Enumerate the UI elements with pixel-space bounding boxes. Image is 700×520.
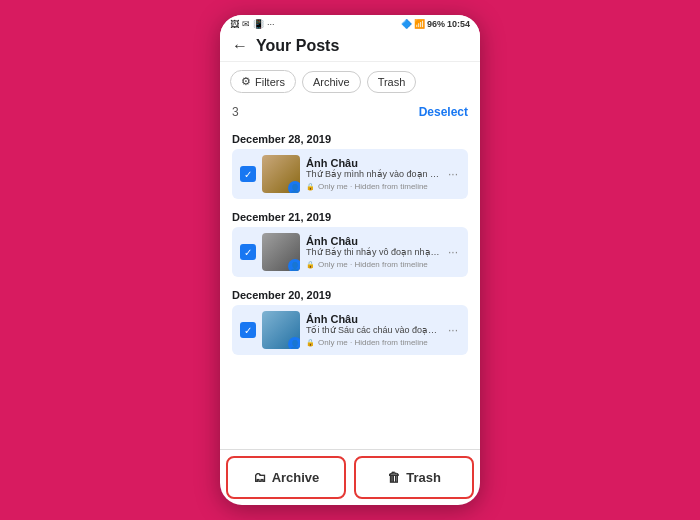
post-content-1: Ánh Châu Thứ Bảy mình nhảy vào đoạn nhạc… — [306, 157, 440, 192]
post-meta-1: 🔒 Only me · Hidden from timeline — [306, 182, 440, 191]
post-thumbnail-3: 👤 — [262, 311, 300, 349]
header: ← Your Posts — [220, 31, 480, 62]
archive-icon: 🗂 — [253, 470, 266, 485]
trash-button[interactable]: 🗑 Trash — [354, 456, 474, 499]
post-item-1[interactable]: ✓ 👤 Ánh Châu Thứ Bảy mình nhảy vào đoạn … — [232, 149, 468, 199]
post-author-1: Ánh Châu — [306, 157, 440, 169]
message-icon: ✉ — [242, 19, 250, 29]
checkbox-3[interactable]: ✓ — [240, 322, 256, 338]
date-label-1: December 28, 2019 — [232, 129, 468, 147]
date-label-3: December 20, 2019 — [232, 285, 468, 303]
date-label-2: December 21, 2019 — [232, 207, 468, 225]
trash-filter-button[interactable]: Trash — [367, 71, 417, 93]
post-content-3: Ánh Châu Tối thứ Sáu các cháu vào đoạn n… — [306, 313, 440, 348]
vibrate-icon: 📳 — [253, 19, 264, 29]
more-options-3[interactable]: ··· — [446, 323, 460, 337]
date-section-3: December 20, 2019 ✓ 👤 Ánh Châu Tối thứ S… — [220, 281, 480, 359]
bottom-actions: 🗂 Archive 🗑 Trash — [220, 449, 480, 505]
filter-icon: ⚙ — [241, 75, 251, 88]
deselect-button[interactable]: Deselect — [419, 105, 468, 119]
filters-label: Filters — [255, 76, 285, 88]
more-options-2[interactable]: ··· — [446, 245, 460, 259]
archive-button[interactable]: 🗂 Archive — [226, 456, 346, 499]
post-meta-3: 🔒 Only me · Hidden from timeline — [306, 338, 440, 347]
post-item-2[interactable]: ✓ 👤 Ánh Châu Thứ Bảy thi nhảy vô đoạn nh… — [232, 227, 468, 277]
status-bar: 🖼 ✉ 📳 ··· 🔷 📶 96% 10:54 — [220, 15, 480, 31]
posts-list: December 28, 2019 ✓ 👤 Ánh Châu Thứ Bảy m… — [220, 125, 480, 449]
lock-icon-3: 🔒 — [306, 339, 315, 347]
date-section-1: December 28, 2019 ✓ 👤 Ánh Châu Thứ Bảy m… — [220, 125, 480, 203]
avatar-badge-2: 👤 — [288, 259, 300, 271]
signal-icon: 📶 — [414, 19, 425, 29]
more-icon: ··· — [267, 19, 275, 29]
bluetooth-icon: 🔷 — [401, 19, 412, 29]
photo-icon: 🖼 — [230, 19, 239, 29]
trash-label: Trash — [406, 470, 441, 485]
post-visibility-2: Only me · Hidden from timeline — [318, 260, 428, 269]
post-thumbnail-2: 👤 — [262, 233, 300, 271]
trash-icon: 🗑 — [387, 470, 400, 485]
checkbox-1[interactable]: ✓ — [240, 166, 256, 182]
post-thumbnail-1: 👤 — [262, 155, 300, 193]
status-bar-right: 🔷 📶 96% 10:54 — [401, 19, 470, 29]
phone-frame: 🖼 ✉ 📳 ··· 🔷 📶 96% 10:54 ← Your Posts ⚙ F… — [220, 15, 480, 505]
lock-icon-1: 🔒 — [306, 183, 315, 191]
battery-label: 96% — [427, 19, 445, 29]
avatar-badge-1: 👤 — [288, 181, 300, 193]
post-author-3: Ánh Châu — [306, 313, 440, 325]
time-label: 10:54 — [447, 19, 470, 29]
date-section-2: December 21, 2019 ✓ 👤 Ánh Châu Thứ Bảy t… — [220, 203, 480, 281]
post-text-1: Thứ Bảy mình nhảy vào đoạn nhạc rinh quà… — [306, 169, 440, 181]
trash-filter-label: Trash — [378, 76, 406, 88]
back-button[interactable]: ← — [232, 37, 248, 55]
post-meta-2: 🔒 Only me · Hidden from timeline — [306, 260, 440, 269]
post-item-3[interactable]: ✓ 👤 Ánh Châu Tối thứ Sáu các cháu vào đo… — [232, 305, 468, 355]
filter-row: ⚙ Filters Archive Trash — [220, 62, 480, 101]
post-visibility-1: Only me · Hidden from timeline — [318, 182, 428, 191]
archive-filter-label: Archive — [313, 76, 350, 88]
post-visibility-3: Only me · Hidden from timeline — [318, 338, 428, 347]
post-author-2: Ánh Châu — [306, 235, 440, 247]
checkbox-2[interactable]: ✓ — [240, 244, 256, 260]
count-row: 3 Deselect — [220, 101, 480, 125]
selected-count: 3 — [232, 105, 239, 119]
more-options-1[interactable]: ··· — [446, 167, 460, 181]
post-text-3: Tối thứ Sáu các cháu vào đoạn nhạc cho m… — [306, 325, 440, 337]
avatar-badge-3: 👤 — [288, 337, 300, 349]
lock-icon-2: 🔒 — [306, 261, 315, 269]
status-bar-left: 🖼 ✉ 📳 ··· — [230, 19, 275, 29]
page-title: Your Posts — [256, 37, 339, 55]
post-content-2: Ánh Châu Thứ Bảy thi nhảy vô đoạn nhạc c… — [306, 235, 440, 270]
filters-button[interactable]: ⚙ Filters — [230, 70, 296, 93]
archive-label: Archive — [272, 470, 320, 485]
archive-filter-button[interactable]: Archive — [302, 71, 361, 93]
post-text-2: Thứ Bảy thi nhảy vô đoạn nhạc chứ ngủ gì… — [306, 247, 440, 259]
